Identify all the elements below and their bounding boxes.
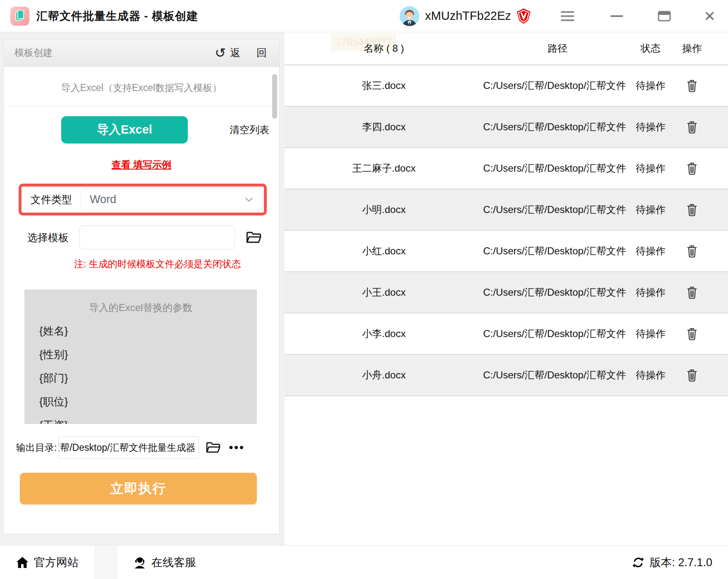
file-status: 待操作 — [632, 368, 669, 382]
file-path: C:/Users/汇帮/Desktop/汇帮文件 — [483, 368, 632, 382]
import-hint: 导入Excel（支持Excel数据写入模板） — [4, 81, 279, 106]
minimize-icon[interactable] — [611, 15, 623, 17]
param-item: {工资} — [39, 414, 257, 424]
table-row: 小舟.docx C:/Users/汇帮/Desktop/汇帮文件 待操作 — [285, 355, 728, 396]
file-type-annotation-box: 文件类型 Word — [19, 184, 267, 215]
main-content: 模板创建 ↺ 返 回 导入Excel（支持Excel数据写入模板） 导入Exce… — [0, 32, 728, 545]
support-link[interactable]: 在线客服 — [133, 555, 196, 570]
file-name: 王二麻子.docx — [285, 162, 483, 175]
file-name: 小舟.docx — [285, 368, 483, 382]
column-path: 路径 — [483, 42, 632, 55]
delete-icon[interactable] — [686, 285, 698, 299]
file-name: 李四.docx — [285, 120, 483, 134]
table-row: 王二麻子.docx C:/Users/汇帮/Desktop/汇帮文件 待操作 — [285, 148, 728, 189]
official-site-link[interactable]: 官方网站 — [16, 555, 79, 570]
params-title: 导入的Excel替换的参数 — [39, 301, 257, 319]
back-label: 返 回 — [230, 46, 273, 60]
footer: 官方网站 在线客服 — [0, 545, 728, 579]
params-list: {姓名} {性别} {部门} {职位} {工资} — [39, 319, 257, 424]
param-item: {部门} — [39, 366, 257, 390]
file-name: 小李.docx — [285, 327, 483, 340]
template-note: 注: 生成的时候模板文件必须是关闭状态 — [74, 258, 279, 270]
import-row: 导入Excel 清空列表 — [4, 116, 279, 144]
file-path: C:/Users/汇帮/Desktop/汇帮文件 — [483, 286, 632, 299]
delete-icon[interactable] — [686, 244, 698, 258]
file-path: C:/Users/汇帮/Desktop/汇帮文件 — [483, 162, 632, 175]
file-path: C:/Users/汇帮/Desktop/汇帮文件 — [483, 203, 632, 216]
menu-icon[interactable] — [561, 11, 574, 21]
vip-badge-icon[interactable] — [516, 8, 531, 24]
param-item: {姓名} — [39, 319, 257, 343]
template-row: 选择模板 — [4, 225, 279, 249]
delete-icon[interactable] — [686, 79, 698, 93]
template-create-panel: 模板创建 ↺ 返 回 导入Excel（支持Excel数据写入模板） 导入Exce… — [3, 39, 280, 534]
back-button[interactable]: ↺ 返 回 — [215, 46, 267, 60]
close-icon[interactable]: ✕ — [704, 9, 716, 23]
table-header: 名称 ( 8 ) 路径 状态 操作 — [285, 32, 728, 65]
table-row: 小明.docx C:/Users/汇帮/Desktop/汇帮文件 待操作 — [285, 189, 728, 231]
params-box: 导入的Excel替换的参数 {姓名} {性别} {部门} {职位} {工资} — [24, 290, 257, 424]
delete-icon[interactable] — [686, 368, 698, 382]
delete-icon[interactable] — [686, 203, 698, 217]
output-dir-label: 输出目录: — [16, 441, 57, 454]
file-status: 待操作 — [632, 79, 669, 92]
import-excel-button[interactable]: 导入Excel — [61, 116, 188, 144]
home-icon — [16, 556, 29, 569]
file-status: 待操作 — [632, 120, 669, 134]
folder-icon[interactable] — [246, 231, 261, 244]
template-input[interactable] — [79, 225, 235, 249]
table-row: 李四.docx C:/Users/汇帮/Desktop/汇帮文件 待操作 — [285, 107, 728, 148]
more-options-button[interactable]: ••• — [229, 441, 244, 454]
clear-list-button[interactable]: 清空列表 — [230, 123, 269, 136]
folder-icon[interactable] — [206, 441, 220, 454]
example-row: 查看 填写示例 — [4, 158, 279, 171]
titlebar: 汇帮文件批量生成器 - 模板创建 xMUzhTFb22Ez — [0, 0, 728, 32]
support-label: 在线客服 — [151, 555, 196, 570]
file-status: 待操作 — [632, 162, 669, 175]
file-type-label: 文件类型 — [23, 193, 80, 206]
app-logo-icon — [10, 6, 30, 26]
footer-divider — [94, 546, 117, 579]
param-item: {职位} — [39, 390, 257, 414]
username: xMUzhTFb22Ez — [425, 9, 511, 23]
table-body: 张三.docx C:/Users/汇帮/Desktop/汇帮文件 待操作 — [285, 65, 728, 396]
version-area: 版本: 2.7.1.0 — [632, 555, 712, 570]
file-path: C:/Users/汇帮/Desktop/汇帮文件 — [483, 79, 632, 92]
file-status: 待操作 — [632, 203, 669, 216]
maximize-icon[interactable] — [658, 10, 671, 22]
example-link[interactable]: 查看 填写示例 — [112, 159, 171, 170]
official-site-label: 官方网站 — [34, 555, 79, 570]
file-type-select[interactable]: Word — [80, 188, 262, 211]
table-row: 小李.docx C:/Users/汇帮/Desktop/汇帮文件 待操作 — [285, 313, 728, 355]
output-dir-input[interactable]: 汇帮/Desktop/汇帮文件批量生成器 — [58, 436, 199, 459]
delete-icon[interactable] — [686, 161, 698, 175]
param-item: {性别} — [39, 343, 257, 366]
refresh-icon[interactable] — [632, 556, 644, 569]
column-action: 操作 — [669, 42, 715, 55]
scrollbar-thumb[interactable] — [272, 74, 277, 119]
version-label: 版本: 2.7.1.0 — [649, 555, 712, 570]
avatar[interactable] — [400, 6, 419, 26]
column-status: 状态 — [632, 42, 669, 55]
chevron-down-icon — [245, 196, 253, 203]
file-name: 小红.docx — [285, 244, 483, 258]
output-dir-value: 汇帮/Desktop/汇帮文件批量生成器 — [58, 441, 195, 454]
table-row: 小王.docx C:/Users/汇帮/Desktop/汇帮文件 待操作 — [285, 272, 728, 313]
file-table: 1765448027 名称 ( 8 ) 路径 状态 操作 张三.docx C:/… — [285, 32, 728, 545]
table-row: 小红.docx C:/Users/汇帮/Desktop/汇帮文件 待操作 — [285, 231, 728, 272]
panel-title: 模板创建 — [14, 46, 53, 59]
file-path: C:/Users/汇帮/Desktop/汇帮文件 — [483, 244, 632, 258]
customer-service-icon — [133, 556, 146, 569]
template-label: 选择模板 — [27, 231, 69, 244]
table-row: 张三.docx C:/Users/汇帮/Desktop/汇帮文件 待操作 — [285, 65, 728, 107]
left-column: 模板创建 ↺ 返 回 导入Excel（支持Excel数据写入模板） 导入Exce… — [0, 32, 285, 545]
file-status: 待操作 — [632, 286, 669, 299]
delete-icon[interactable] — [686, 327, 698, 341]
execute-button[interactable]: 立即执行 — [20, 473, 257, 505]
output-row: 输出目录: 汇帮/Desktop/汇帮文件批量生成器 ••• — [4, 436, 279, 459]
file-name: 小王.docx — [285, 286, 483, 299]
file-name: 小明.docx — [285, 203, 483, 216]
column-name: 名称 ( 8 ) — [285, 42, 483, 55]
delete-icon[interactable] — [686, 120, 698, 134]
app-window: 汇帮文件批量生成器 - 模板创建 xMUzhTFb22Ez — [0, 0, 728, 579]
